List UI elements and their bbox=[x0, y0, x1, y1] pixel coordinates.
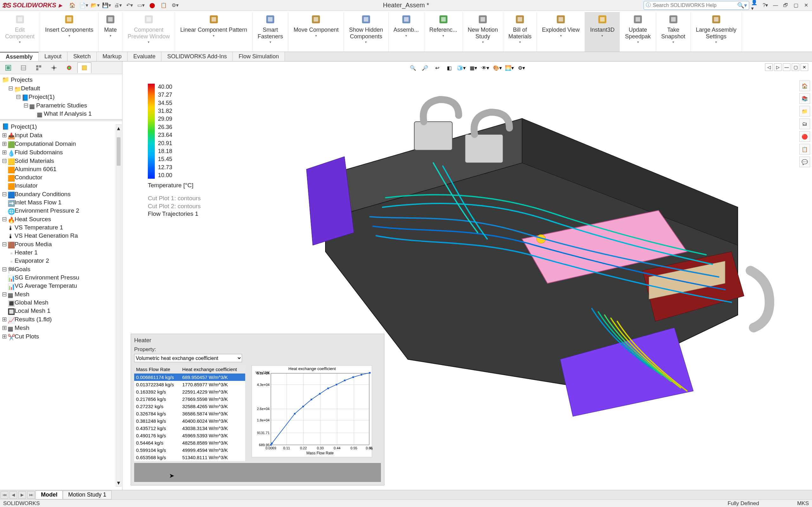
tree-item[interactable]: 🌡VS Heat Generation Ra bbox=[2, 232, 120, 240]
expand-icon[interactable]: ⊞ bbox=[2, 324, 6, 331]
table-row[interactable]: 0.217856 kg/s27669.5598 W/m^3/K bbox=[134, 395, 245, 403]
zoom-area-icon[interactable]: 🔎 bbox=[420, 63, 430, 72]
bottom-tab-motion-study-1[interactable]: Motion Study 1 bbox=[63, 491, 112, 499]
view-orient-icon[interactable]: 🧊▾ bbox=[456, 63, 466, 72]
help-menu-icon[interactable]: ?▾ bbox=[761, 1, 769, 9]
tree-root[interactable]: 📘 Project(1) bbox=[2, 122, 120, 131]
tree-item[interactable]: ⊟🔥Heat Sources bbox=[2, 215, 120, 223]
tab-next-icon[interactable]: ▶ bbox=[18, 491, 26, 499]
dropdown-icon[interactable]: ▾ bbox=[213, 34, 214, 38]
tree-item[interactable]: 🔲Local Mesh 1 bbox=[2, 307, 120, 315]
heater-property-panel[interactable]: Heater Property: Volumetric heat exchang… bbox=[131, 334, 385, 486]
expand-icon[interactable]: ⊞ bbox=[2, 140, 6, 147]
tree-item[interactable]: ⊟🏁Goals bbox=[2, 265, 120, 274]
settings-icon[interactable]: ⚙▾ bbox=[171, 1, 180, 9]
legend-item[interactable]: Cut Plot 1: contours bbox=[148, 194, 201, 203]
close-icon[interactable]: ✕ bbox=[802, 1, 810, 9]
tree-item[interactable]: ⊟🟨Solid Materials bbox=[2, 157, 120, 165]
help-search[interactable]: ⓘ 🔍▾ bbox=[644, 1, 749, 10]
prev-view-icon[interactable]: ↩ bbox=[432, 63, 442, 72]
dropdown-icon[interactable]: ▾ bbox=[601, 34, 603, 38]
tab-flow-icon[interactable] bbox=[78, 62, 91, 73]
table-row[interactable]: 0.435712 kg/s43038.3134 W/m^3/K bbox=[134, 425, 245, 432]
tab-prev-icon[interactable]: ◀ bbox=[9, 491, 17, 499]
expand-icon[interactable]: ⊟ bbox=[2, 190, 6, 198]
dropdown-icon[interactable]: ▾ bbox=[365, 40, 367, 44]
data-table[interactable]: Mass Flow Rate Heat exchange coefficient… bbox=[134, 365, 245, 461]
tab-property-icon[interactable] bbox=[16, 62, 31, 73]
expand-icon[interactable]: ⊟ bbox=[23, 102, 28, 109]
dropdown-icon[interactable]: ▾ bbox=[110, 34, 111, 38]
ribbon-smart-fasteners[interactable]: Smart Fasteners▾ bbox=[252, 12, 288, 52]
table-row[interactable]: 0.653568 kg/s51340.8111 W/m^3/K bbox=[134, 454, 245, 461]
tree-item[interactable]: ▫️Heater 1 bbox=[2, 248, 120, 257]
tab-assembly[interactable]: Assembly bbox=[0, 52, 39, 61]
expand-icon[interactable]: ⊟ bbox=[16, 93, 20, 101]
tree-item[interactable]: ⊞📥Input Data bbox=[2, 131, 120, 139]
tab-markup[interactable]: Markup bbox=[97, 52, 128, 61]
tree-scrollbar[interactable]: ▴ ▾ bbox=[116, 124, 121, 487]
tree-item[interactable]: ⊟🟫Porous Media bbox=[2, 240, 120, 248]
ribbon-exploded-view[interactable]: Exploded View▾ bbox=[537, 12, 585, 52]
dropdown-icon[interactable]: ▾ bbox=[68, 34, 70, 38]
scroll-up-icon[interactable]: ▴ bbox=[116, 124, 121, 132]
open-icon[interactable]: 📂▾ bbox=[91, 1, 100, 9]
dropdown-icon[interactable]: ▾ bbox=[519, 40, 521, 44]
legend-item[interactable]: Flow Trajectories 1 bbox=[148, 210, 201, 218]
tab-last-icon[interactable]: ⏭ bbox=[27, 491, 35, 499]
table-row[interactable]: 0.006861174 kg/s689.950457 W/m^3/K bbox=[134, 374, 245, 381]
tree-item[interactable]: ⊟📁Default bbox=[2, 84, 120, 93]
chevron-right-icon[interactable]: ▶ bbox=[59, 3, 62, 8]
expand-icon[interactable]: ⊟ bbox=[8, 84, 13, 92]
tree-item[interactable]: 🌡VS Temperature 1 bbox=[2, 223, 120, 232]
table-row[interactable]: 0.27232 kg/s32588.4265 W/m^3/K bbox=[134, 403, 245, 410]
tree-item[interactable]: 📊SG Environment Pressu bbox=[2, 274, 120, 282]
tab-dimxpert-icon[interactable] bbox=[47, 62, 61, 73]
dropdown-icon[interactable]: ▾ bbox=[482, 40, 484, 44]
ribbon-insert-components[interactable]: Insert Components▾ bbox=[40, 12, 99, 52]
expand-icon[interactable]: ⊟ bbox=[2, 291, 6, 298]
undo-icon[interactable]: ↶▾ bbox=[125, 1, 134, 9]
zoom-fit-icon[interactable]: 🔍 bbox=[408, 63, 418, 72]
ribbon-assembly-features[interactable]: Assemb...▾ bbox=[389, 12, 424, 52]
scrollbar-thumb[interactable] bbox=[117, 137, 120, 166]
tree-item[interactable]: ⊞▦Mesh bbox=[2, 324, 120, 332]
tree-item[interactable]: 📊VG Average Temperatu bbox=[2, 282, 120, 290]
print-icon[interactable]: 🖨▾ bbox=[113, 1, 122, 9]
dropdown-icon[interactable]: ▾ bbox=[637, 40, 639, 44]
tab-layout[interactable]: Layout bbox=[39, 52, 67, 61]
expand-icon[interactable]: ⊞ bbox=[2, 131, 6, 139]
tab-flow-simulation[interactable]: Flow Simulation bbox=[233, 52, 285, 61]
scene-icon[interactable]: 🌅▾ bbox=[505, 63, 514, 72]
display-style-icon[interactable]: ▦▾ bbox=[468, 63, 478, 72]
scroll-down-icon[interactable]: ▾ bbox=[116, 479, 121, 487]
ribbon-move-component[interactable]: Move Component▾ bbox=[288, 12, 344, 52]
legend-item[interactable]: Cut Plot 2: contours bbox=[148, 203, 201, 210]
minimize-icon[interactable]: — bbox=[771, 1, 780, 9]
tree-item[interactable]: ⊟▦Parametric Studies bbox=[2, 101, 120, 110]
legend-plot-list[interactable]: Cut Plot 1: contoursCut Plot 2: contours… bbox=[148, 194, 201, 218]
select-icon[interactable]: ▭▾ bbox=[136, 1, 145, 9]
tree-item[interactable]: 🌐Environment Pressure 2 bbox=[2, 207, 120, 215]
dropdown-icon[interactable]: ▾ bbox=[148, 40, 149, 44]
tree-item[interactable]: ➡️Inlet Mass Flow 1 bbox=[2, 199, 120, 207]
tab-evaluate[interactable]: Evaluate bbox=[128, 52, 161, 61]
view-settings-icon[interactable]: ⚙▾ bbox=[517, 63, 526, 72]
tab-first-icon[interactable]: ⏮ bbox=[1, 491, 8, 499]
ribbon-take-snapshot[interactable]: Take Snapshot▾ bbox=[656, 12, 691, 52]
tab-solidworks-add-ins[interactable]: SOLIDWORKS Add-Ins bbox=[161, 52, 233, 61]
tab-feature-tree-icon[interactable] bbox=[1, 62, 15, 73]
design-library-icon[interactable]: 📚 bbox=[799, 93, 810, 104]
dropdown-icon[interactable]: ▾ bbox=[19, 40, 20, 44]
forum-icon[interactable]: 💬 bbox=[799, 157, 810, 167]
expand-icon[interactable]: ⊟ bbox=[2, 216, 6, 223]
tree-item[interactable]: ⊞✂️Cut Plots bbox=[2, 332, 120, 341]
graphics-viewport[interactable]: 🔍 🔎 ↩ ◧ 🧊▾ ▦▾ 👁▾ 🎨▾ 🌅▾ ⚙▾ ◁ ▷ — ▢ ✕ 40.0… bbox=[122, 61, 812, 490]
tree-item[interactable]: 🟧Aluminum 6061 bbox=[2, 165, 120, 173]
save-icon[interactable]: 💾▾ bbox=[102, 1, 111, 9]
expand-icon[interactable]: ⊞ bbox=[2, 316, 6, 323]
tab-config-icon[interactable] bbox=[32, 62, 46, 73]
section-icon[interactable]: ◧ bbox=[444, 63, 454, 72]
ribbon-mate[interactable]: Mate▾ bbox=[99, 12, 122, 52]
ribbon-update-speedpak[interactable]: Update Speedpak▾ bbox=[620, 12, 656, 52]
